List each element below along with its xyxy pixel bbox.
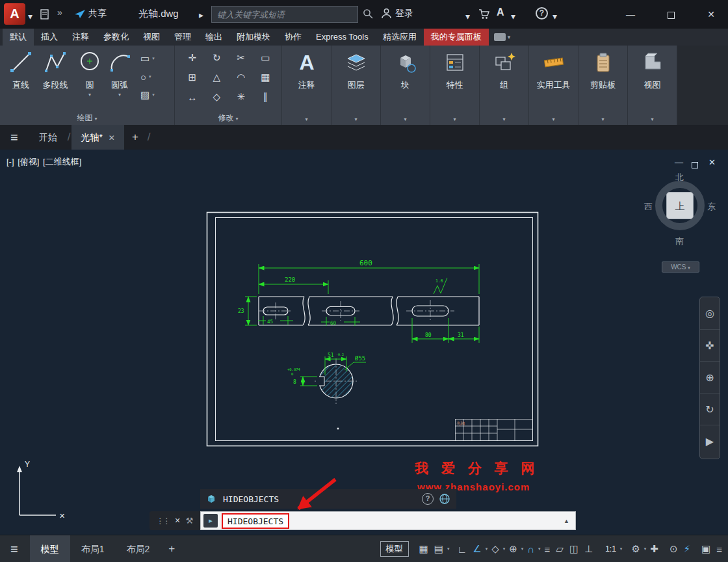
tab-collaborate[interactable]: 协作 <box>278 29 309 46</box>
viewport-restore-icon[interactable] <box>692 159 698 169</box>
view-cube-south[interactable]: 南 <box>675 235 684 247</box>
command-help-icon[interactable]: ? <box>422 493 434 505</box>
drawing[interactable]: 光轴 600 220 <box>0 150 728 535</box>
ribbon-display-dropdown[interactable]: ▾ <box>494 33 511 41</box>
minimize-button[interactable]: — <box>616 0 645 29</box>
dynamic-ucs-icon[interactable]: ⊥ <box>582 543 595 555</box>
mirror-icon[interactable]: △ <box>213 72 220 83</box>
tab-view[interactable]: 视图 <box>136 29 167 46</box>
modify-panel-label[interactable]: 修改▾ <box>175 111 281 125</box>
share-button[interactable]: 共享 <box>88 8 107 20</box>
move-icon[interactable]: ✛ <box>188 52 196 64</box>
tab-close-icon[interactable]: ✕ <box>109 133 115 142</box>
copy-icon[interactable]: ⊞ <box>188 72 196 83</box>
arc-caret-icon[interactable]: ▾ <box>104 92 135 98</box>
panel-annotate[interactable]: A 注释 ▾ <box>282 46 331 125</box>
navigation-wheel-icon[interactable]: ◎ <box>700 297 720 329</box>
annotation-scale-caret-icon[interactable]: ▾ <box>620 546 623 552</box>
customize-menu-icon[interactable]: ≡ <box>714 544 724 555</box>
tab-document-active[interactable]: 光轴*✕ <box>72 125 124 150</box>
add-icon[interactable]: ✚ <box>648 543 660 555</box>
arc-button[interactable]: 圆弧 ▾ <box>104 48 135 98</box>
line-button[interactable]: 直线 <box>5 48 36 91</box>
ortho-icon[interactable]: ∟ <box>455 544 469 555</box>
customization-caret-icon[interactable]: ▾ <box>644 546 647 552</box>
login-button[interactable]: 登录 <box>395 8 413 20</box>
viewport-menu-control[interactable]: [-] <box>6 157 14 167</box>
layers-panel-caret-icon[interactable]: ▾ <box>332 116 380 122</box>
panel-block[interactable]: 块 ▾ <box>381 46 430 125</box>
layout2-tab[interactable]: 布局2 <box>115 535 161 562</box>
view-cube-top-face[interactable]: 上 <box>666 192 694 219</box>
help-caret-icon[interactable]: ▾ <box>552 11 557 21</box>
zoom-icon[interactable]: ⊕ <box>700 361 720 393</box>
block-panel-caret-icon[interactable]: ▾ <box>381 116 430 122</box>
tab-annotate[interactable]: 注释 <box>65 29 96 46</box>
drag-handle-icon[interactable]: ⋮⋮ <box>157 516 170 526</box>
view-cube[interactable]: 上 北 西 东 南 <box>645 174 715 247</box>
app-logo[interactable]: A <box>4 3 25 25</box>
title-caret-right-icon[interactable]: ▸ <box>199 10 203 20</box>
app-menu-caret-icon[interactable]: ▾ <box>28 11 32 21</box>
selection-cycling-icon[interactable]: ◫ <box>567 543 580 555</box>
groups-panel-caret-icon[interactable]: ▾ <box>480 116 528 122</box>
command-input-text[interactable]: HIDEOBJECTS <box>228 516 283 526</box>
viewport-view-control[interactable]: [俯视] <box>18 157 39 167</box>
app-store-icon[interactable]: A <box>497 7 504 18</box>
snap-icon[interactable]: ▤ <box>432 543 445 555</box>
command-close-icon[interactable]: ✕ <box>175 516 181 525</box>
panel-layers[interactable]: 图层 ▾ <box>332 46 380 125</box>
tab-manage[interactable]: 管理 <box>167 29 198 46</box>
trim-icon[interactable]: ✂ <box>237 52 245 64</box>
command-suggestion-row[interactable]: HIDEOBJECTS ? <box>200 489 456 509</box>
wrench-icon[interactable]: ⚒ <box>186 516 194 526</box>
clean-screen-icon[interactable]: ▣ <box>699 543 712 555</box>
recent-commands-icon[interactable]: ▸ <box>203 514 218 528</box>
tab-express-tools[interactable]: Express Tools <box>309 29 376 46</box>
draw-panel-label[interactable]: 绘图▾ <box>0 111 174 125</box>
scale-icon[interactable]: ◇ <box>213 91 220 103</box>
tab-output[interactable]: 输出 <box>198 29 229 46</box>
object-snap-icon[interactable]: ∩ <box>525 544 536 555</box>
tab-insert[interactable]: 插入 <box>34 29 65 46</box>
command-input-field[interactable]: ▸ HIDEOBJECTS ▲ <box>200 511 576 530</box>
new-drawing-button[interactable]: + <box>124 131 146 144</box>
lineweight-icon[interactable]: ≡ <box>543 544 552 555</box>
ellipse-caret-icon[interactable]: ▾ <box>149 74 151 79</box>
polar-caret-icon[interactable]: ▾ <box>486 546 488 552</box>
properties-panel-caret-icon[interactable]: ▾ <box>430 116 479 122</box>
command-window-handle[interactable]: ⋮⋮ ✕ ⚒ <box>150 511 200 530</box>
polyline-button[interactable]: 多段线 <box>36 48 74 91</box>
graphics-performance-icon[interactable]: ⚡ <box>682 543 693 555</box>
annotate-panel-caret-icon[interactable]: ▾ <box>282 116 331 122</box>
view-cube-east[interactable]: 东 <box>707 201 716 213</box>
help-button[interactable]: ? <box>536 7 548 20</box>
customization-gear-icon[interactable]: ⚙ <box>629 543 642 555</box>
erase-icon[interactable]: ▭ <box>261 52 270 64</box>
transparency-icon[interactable]: ▱ <box>554 543 566 555</box>
panel-view[interactable]: 视图 ▾ <box>628 46 677 125</box>
tab-addins[interactable]: 附加模块 <box>229 29 278 46</box>
new-layout-button[interactable]: + <box>161 542 183 555</box>
panel-properties[interactable]: 特性 ▾ <box>430 46 479 125</box>
search-icon[interactable] <box>363 8 374 20</box>
circle-caret-icon[interactable]: ▾ <box>75 92 104 98</box>
grid-icon[interactable]: ▦ <box>417 543 430 555</box>
annotation-scale-button[interactable]: 1:1 <box>603 544 618 554</box>
fillet-icon[interactable]: ◠ <box>237 72 245 83</box>
view-cube-west[interactable]: 西 <box>644 201 653 213</box>
osnap-tracking-icon[interactable]: ⊕ <box>507 543 519 555</box>
object-snap-caret-icon[interactable]: ▾ <box>538 546 541 552</box>
hatch-caret-icon[interactable]: ▾ <box>152 92 155 98</box>
show-motion-icon[interactable]: ▶ <box>700 425 720 457</box>
tab-custom-panel[interactable]: 我的专属面板 <box>424 29 489 46</box>
model-space-tab[interactable]: 模型 <box>30 535 70 562</box>
tab-start[interactable]: 开始 <box>30 125 66 150</box>
panel-utilities[interactable]: 实用工具 ▾ <box>529 46 578 125</box>
stretch-icon[interactable]: ↔ <box>187 92 197 103</box>
isodraft-caret-icon[interactable]: ▾ <box>503 546 506 552</box>
osnap-tracking-caret-icon[interactable]: ▾ <box>521 546 524 552</box>
view-panel-caret-icon[interactable]: ▾ <box>628 116 677 122</box>
orbit-icon[interactable]: ↻ <box>700 393 720 425</box>
login-caret-icon[interactable]: ▾ <box>465 11 470 21</box>
